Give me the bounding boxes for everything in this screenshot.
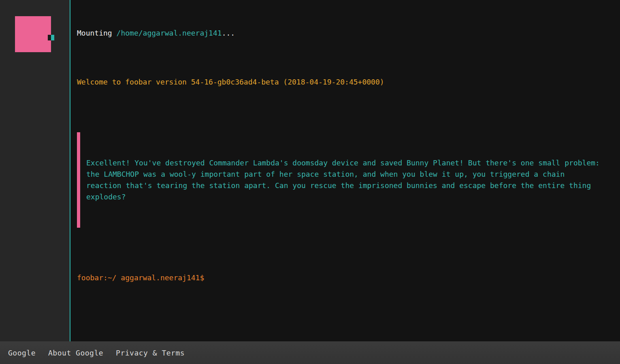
mounting-ellipsis: ... [222,29,235,37]
footer-link-privacy-terms[interactable]: Privacy & Terms [116,349,185,357]
content-row: Mounting /home/aggarwal.neeraj141... Wel… [0,0,620,341]
command-prompt[interactable]: foobar:~/ aggarwal.neeraj141$ [77,272,604,284]
mission-quote-text: Excellent! You've destroyed Commander La… [86,157,604,203]
mounting-label: Mounting [77,29,117,37]
foobar-logo-icon [15,16,54,52]
mission-quote: Excellent! You've destroyed Commander La… [77,132,604,228]
terminal-pane[interactable]: Mounting /home/aggarwal.neeraj141... Wel… [70,0,620,341]
welcome-version-line: Welcome to foobar version 54-16-gb0c36ad… [77,76,604,88]
footer-bar: Google About Google Privacy & Terms [0,341,620,364]
footer-link-google[interactable]: Google [8,349,36,357]
sidebar [0,0,70,341]
mounting-line: Mounting /home/aggarwal.neeraj141... [77,28,604,39]
foobar-app: Mounting /home/aggarwal.neeraj141... Wel… [0,0,620,364]
logo-teal-tab [51,35,54,40]
footer-link-about-google[interactable]: About Google [48,349,103,357]
mount-path: /home/aggarwal.neeraj141 [117,29,222,37]
logo-notch [48,35,51,40]
logo-pink-square [15,16,51,52]
